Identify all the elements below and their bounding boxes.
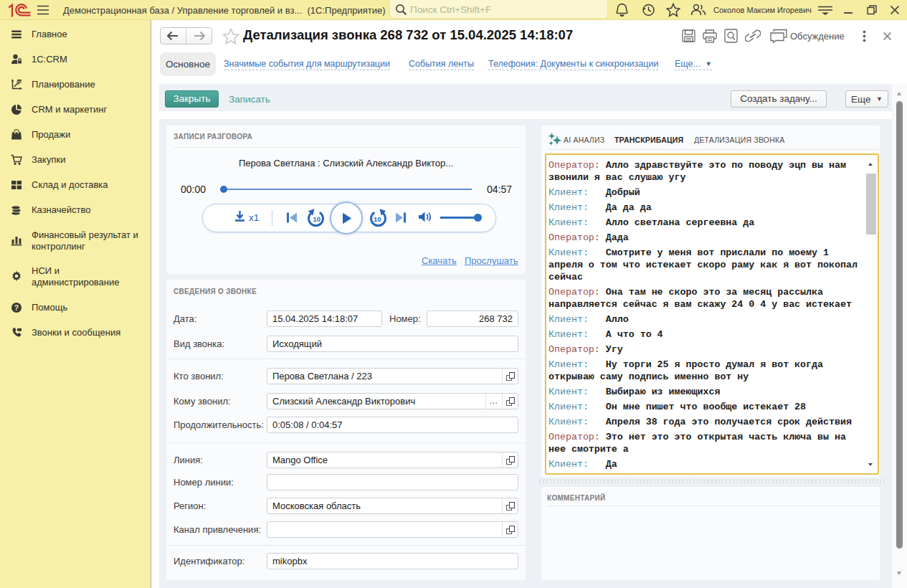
svg-text:?: ? bbox=[14, 303, 19, 312]
svg-text:10: 10 bbox=[313, 215, 321, 223]
svg-text:10: 10 bbox=[374, 215, 381, 223]
